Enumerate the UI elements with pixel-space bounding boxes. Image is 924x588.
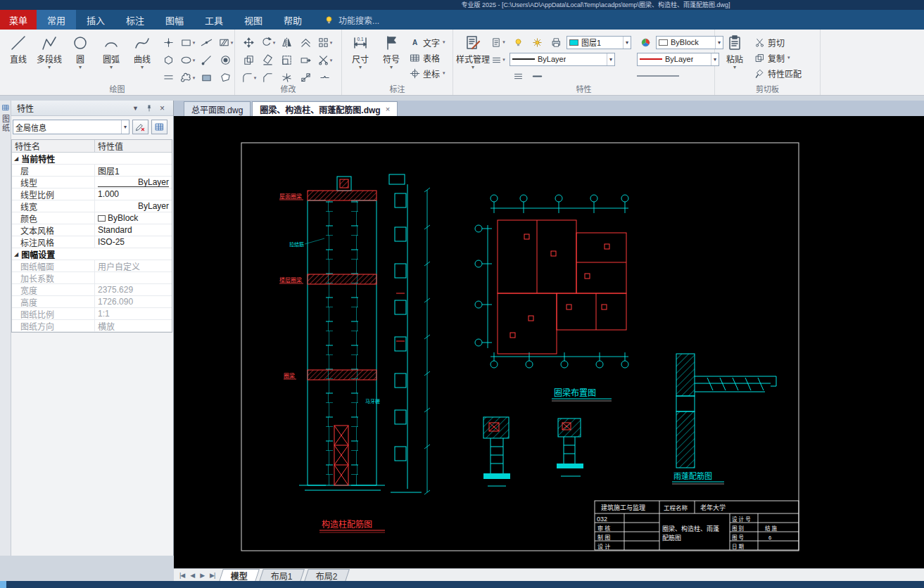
property-row[interactable]: 层图层1 — [12, 165, 172, 177]
table-button[interactable]: 表格 — [407, 50, 448, 65]
lineweight-button[interactable] — [510, 69, 526, 83]
mirror-tool-button[interactable] — [277, 34, 296, 51]
document-tab[interactable]: 总平面图.dwg — [184, 101, 251, 116]
property-row[interactable]: 文本风格Standard — [12, 224, 172, 236]
property-group-row[interactable]: ◢当前特性 — [12, 153, 172, 165]
document-tab[interactable]: 圈梁、构造柱、雨蓬配筋图.dwg× — [252, 101, 398, 116]
break-tool-icon — [319, 72, 331, 84]
application-menu-button[interactable]: 菜单 — [0, 10, 37, 30]
coordinate-button[interactable]: 坐标 ▾ — [407, 65, 448, 81]
donut-tool-button[interactable] — [216, 51, 235, 69]
cut-button[interactable]: 剪切 — [752, 34, 804, 50]
thick-line-icon — [532, 71, 543, 82]
property-row[interactable]: 加长系数 — [12, 272, 172, 284]
menu-tab[interactable]: 标注 — [115, 10, 155, 30]
combo-caret-icon[interactable]: ▾ — [623, 37, 628, 49]
prev-layout-button[interactable]: ◀ — [187, 572, 197, 579]
construction-line-tool-button[interactable] — [197, 34, 216, 51]
property-row[interactable]: 线型ByLayer — [12, 177, 172, 188]
text-button[interactable]: A 文字 ▾ — [407, 34, 448, 50]
ray-tool-button[interactable] — [197, 51, 216, 69]
style-manager-button[interactable]: 样式管理 ▾ — [456, 31, 490, 84]
construction-line-tool-icon — [201, 37, 213, 49]
lineweight-combo[interactable]: ByLayer ▾ — [637, 53, 719, 66]
layout-tab[interactable]: 模型 — [219, 569, 260, 582]
menu-tab[interactable]: 视图 — [234, 10, 273, 30]
layout-tab[interactable]: 布局2 — [304, 569, 350, 582]
menu-tab[interactable]: 帮助 — [273, 10, 312, 30]
point-tool-button[interactable] — [159, 34, 178, 51]
array-tool-button[interactable]: ▾ — [315, 34, 334, 51]
polyline-tool-button[interactable]: 多段线▾ — [34, 31, 65, 84]
layout-tab[interactable]: 布局1 — [259, 569, 305, 582]
offset-tool-button[interactable] — [296, 34, 315, 51]
first-layout-button[interactable]: |◀ — [177, 572, 187, 579]
drawing-canvas[interactable]: 屋面圈梁 楼层圈梁 圈梁 拉结筋 马牙槎 构造柱配筋图 — [174, 116, 924, 568]
property-row[interactable]: 标注风格ISO-25 — [12, 236, 172, 248]
line-tool-button[interactable]: 直线 — [3, 31, 34, 84]
polygon-tool-button[interactable] — [159, 51, 178, 69]
close-tab-icon[interactable]: × — [386, 105, 390, 113]
feature-search[interactable]: 功能搜索... — [324, 10, 379, 30]
menu-bar: 菜单 常用插入标注图幅工具视图帮助 功能搜索... — [0, 10, 924, 30]
table-view-button[interactable] — [151, 120, 167, 134]
property-row[interactable]: 线宽ByLayer — [12, 200, 172, 212]
rectangle-tool-button[interactable]: ▾ — [178, 34, 197, 51]
dimension-button[interactable]: 0.1 尺寸 ▾ — [345, 31, 376, 84]
sheet-set-button[interactable]: ▾ — [490, 35, 507, 49]
drawing-svg[interactable]: 屋面圈梁 楼层圈梁 圈梁 拉结筋 马牙槎 构造柱配筋图 — [174, 116, 924, 568]
circle-tool-button[interactable]: 圆▾ — [65, 31, 96, 84]
arc-tool-button[interactable]: 圆弧▾ — [96, 31, 127, 84]
match-properties-button[interactable]: 特性匹配 — [752, 65, 804, 81]
menu-tab[interactable]: 插入 — [76, 10, 115, 30]
combo-caret-icon[interactable]: ▾ — [121, 120, 127, 134]
property-row[interactable]: 图纸幅面用户自定义 — [12, 260, 172, 272]
color-picker-button[interactable] — [637, 35, 654, 49]
property-group-row[interactable]: ◢图幅设置 — [12, 248, 172, 260]
copy-button[interactable]: 复制 ▾ — [752, 50, 804, 65]
list-view-button[interactable]: ▾ — [490, 53, 507, 67]
paste-icon — [726, 34, 743, 51]
property-row[interactable]: 宽度2375.629 — [12, 284, 172, 296]
palette-side-tab[interactable]: 图纸 — [0, 101, 11, 556]
hatch-tool-button[interactable]: ▾ — [216, 34, 235, 51]
layer-freeze-button[interactable] — [529, 35, 545, 49]
paste-button[interactable]: 粘贴 ▾ — [718, 31, 752, 84]
pin-icon[interactable] — [144, 103, 153, 113]
spline-tool-button[interactable]: 曲线▾ — [127, 31, 158, 84]
linetype-combo[interactable]: ByLayer ▾ — [510, 53, 615, 66]
layer-on-off-button[interactable] — [510, 35, 526, 49]
menu-tab[interactable]: 工具 — [194, 10, 234, 30]
linetype-scale-button[interactable] — [529, 69, 545, 83]
symbol-button[interactable]: 符号 ▾ — [376, 31, 407, 84]
group-label-properties: 特性 — [453, 83, 714, 94]
property-row[interactable]: 图纸比例1:1 — [12, 308, 172, 320]
menu-tab[interactable]: 常用 — [37, 10, 76, 30]
copy-tool-button[interactable] — [239, 51, 258, 69]
menu-tab[interactable]: 图幅 — [155, 10, 194, 30]
ribbon-group-draw: 直线多段线▾圆▾圆弧▾曲线▾ ▾▾▾▾ 绘图 — [0, 30, 235, 95]
move-tool-button[interactable] — [239, 34, 258, 51]
property-row[interactable]: 颜色ByBlock — [12, 212, 172, 224]
property-row[interactable]: 线型比例1.000 — [12, 188, 172, 200]
property-row[interactable]: 高度1726.090 — [12, 296, 172, 308]
panel-menu-icon[interactable]: ▼ — [130, 103, 141, 113]
layer-combo[interactable]: 图层1 ▾ — [567, 36, 631, 49]
arc-tool-label: 圆弧 — [103, 53, 120, 65]
erase-tool-button[interactable] — [258, 51, 277, 69]
trim-tool-button[interactable]: ▾ — [315, 51, 334, 69]
scale-tool-button[interactable] — [277, 51, 296, 69]
rotate-tool-button[interactable]: ▾ — [258, 34, 277, 51]
property-row[interactable]: 图纸方向横放 — [12, 320, 172, 332]
last-layout-button[interactable]: ▶| — [207, 572, 217, 579]
combo-caret-icon[interactable]: ▾ — [607, 53, 612, 65]
close-icon[interactable]: × — [157, 103, 167, 113]
next-layout-button[interactable]: ▶ — [197, 572, 207, 579]
color-combo[interactable]: ByBlock ▾ — [656, 36, 723, 49]
stretch-tool-button[interactable] — [296, 51, 315, 69]
scope-combo[interactable]: 全局信息 ▾ — [13, 120, 129, 134]
layer-plot-button[interactable] — [548, 35, 564, 49]
edit-properties-button[interactable] — [132, 120, 148, 134]
multiline-tool-icon — [163, 72, 175, 84]
ellipse-tool-button[interactable]: ▾ — [178, 51, 197, 69]
